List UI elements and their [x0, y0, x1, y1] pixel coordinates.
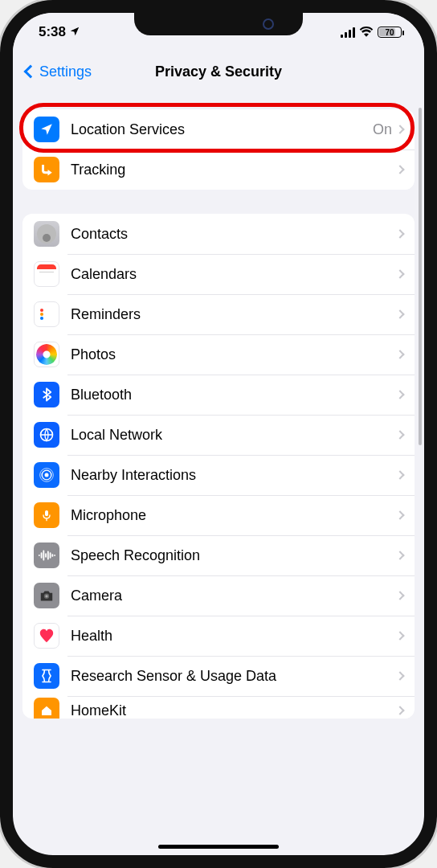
photos-icon [34, 342, 59, 367]
chevron-right-icon [395, 350, 404, 358]
notch [134, 11, 303, 35]
row-research-sensor[interactable]: Research Sensor & Usage Data [22, 656, 415, 696]
row-label: Tracking [71, 162, 397, 178]
chevron-right-icon [395, 631, 404, 640]
cellular-signal-icon [341, 27, 355, 38]
wifi-icon [359, 26, 374, 39]
scroll-indicator [419, 108, 422, 445]
row-value: On [373, 121, 392, 138]
scroll-area[interactable]: Location Services On Tracking Contacts [13, 92, 424, 855]
row-nearby-interactions[interactable]: Nearby Interactions [22, 455, 415, 495]
chevron-right-icon [395, 309, 404, 318]
chevron-right-icon [395, 510, 404, 519]
location-indicator-icon [69, 26, 80, 39]
back-button-label: Settings [39, 63, 92, 80]
iphone-frame: 5:38 70 Settings Privacy & Security [0, 0, 437, 868]
row-label: Contacts [71, 226, 397, 243]
calendar-icon [34, 261, 59, 287]
chevron-right-icon [395, 165, 404, 174]
row-label: Speech Recognition [71, 547, 397, 564]
row-local-network[interactable]: Local Network [22, 415, 415, 455]
back-button[interactable]: Settings [21, 63, 92, 80]
status-time: 5:38 [39, 24, 66, 40]
home-icon [34, 698, 59, 719]
row-label: Location Services [71, 121, 373, 138]
reminders-icon [34, 301, 59, 327]
row-tracking[interactable]: Tracking [22, 149, 415, 190]
row-bluetooth[interactable]: Bluetooth [22, 375, 415, 415]
row-label: Photos [71, 346, 397, 363]
settings-group-2: Contacts Calendars Reminders [22, 214, 415, 719]
contacts-icon [34, 221, 59, 247]
row-photos[interactable]: Photos [22, 334, 415, 375]
row-homekit[interactable]: HomeKit [22, 696, 415, 719]
chevron-right-icon [395, 671, 404, 680]
row-label: Bluetooth [71, 387, 397, 403]
chevron-right-icon [395, 551, 404, 559]
row-speech-recognition[interactable]: Speech Recognition [22, 535, 415, 575]
row-label: Local Network [71, 427, 397, 444]
home-indicator[interactable] [158, 845, 279, 849]
row-location-services[interactable]: Location Services On [22, 109, 415, 149]
chevron-right-icon [395, 229, 404, 238]
row-reminders[interactable]: Reminders [22, 294, 415, 334]
row-microphone[interactable]: Microphone [22, 495, 415, 535]
bluetooth-icon [34, 382, 59, 407]
navigation-bar: Settings Privacy & Security [13, 51, 424, 92]
row-contacts[interactable]: Contacts [22, 214, 415, 254]
settings-group-1: Location Services On Tracking [22, 109, 415, 190]
row-health[interactable]: Health [22, 616, 415, 656]
location-arrow-icon [34, 117, 59, 142]
globe-icon [34, 422, 59, 448]
nearby-icon [34, 462, 59, 488]
row-label: Camera [71, 588, 397, 604]
microphone-icon [34, 502, 59, 528]
svg-point-1 [45, 473, 49, 477]
chevron-right-icon [395, 706, 404, 714]
chevron-right-icon [395, 269, 404, 278]
row-camera[interactable]: Camera [22, 575, 415, 616]
camera-icon [34, 583, 59, 608]
chevron-right-icon [395, 125, 404, 133]
chevron-right-icon [395, 390, 404, 399]
row-label: HomeKit [71, 702, 397, 719]
row-label: Microphone [71, 507, 397, 524]
row-calendars[interactable]: Calendars [22, 254, 415, 294]
battery-indicator: 70 [378, 27, 402, 38]
heart-icon [34, 623, 59, 649]
chevron-right-icon [395, 470, 404, 479]
research-icon [34, 663, 59, 689]
chevron-right-icon [395, 430, 404, 439]
svg-point-6 [45, 595, 47, 597]
row-label: Reminders [71, 306, 397, 323]
tracking-icon [34, 157, 59, 182]
row-label: Calendars [71, 266, 397, 283]
waveform-icon [34, 542, 59, 568]
row-label: Nearby Interactions [71, 467, 397, 484]
chevron-left-icon [24, 65, 38, 79]
chevron-right-icon [395, 591, 404, 600]
row-label: Research Sensor & Usage Data [71, 668, 397, 685]
row-label: Health [71, 628, 397, 645]
battery-percentage: 70 [385, 28, 394, 37]
svg-rect-4 [45, 510, 48, 516]
